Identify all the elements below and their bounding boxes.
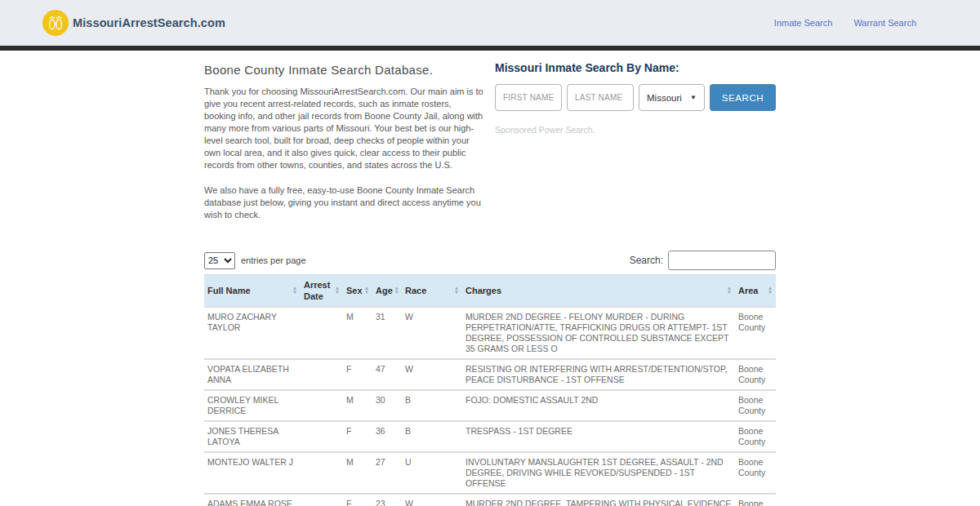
intro-paragraph-2: We also have a fully free, easy-to-use B… <box>204 184 483 221</box>
sort-desc-icon[interactable]: ▼ <box>727 291 732 295</box>
table-header-row: Full Name▲▼Arrest Date▲▼Sex▲▼Age▲▼Race▲▼… <box>204 275 776 308</box>
cell-charges: MURDER 2ND DEGREE - FELONY MURDER - DURI… <box>462 307 735 359</box>
cell-arrest-date <box>301 390 343 421</box>
sort-icon[interactable]: ▲▼ <box>292 286 297 295</box>
cell-age: 23 <box>372 494 402 506</box>
sort-desc-icon[interactable]: ▼ <box>454 291 459 295</box>
table-search-input[interactable] <box>668 251 776 270</box>
sort-icon[interactable]: ▲▼ <box>335 286 340 295</box>
table-search-label: Search: <box>630 255 663 266</box>
cell-sex: M <box>343 452 372 494</box>
sort-icon[interactable]: ▲▼ <box>394 286 399 295</box>
cell-race: W <box>402 307 462 359</box>
column-label: Area <box>738 285 758 296</box>
column-header-area[interactable]: Area▲▼ <box>735 275 776 308</box>
search-button[interactable]: SEARCH <box>710 84 776 111</box>
cell-charges: MURDER 2ND DEGREE, TAMPERING WITH PHYSIC… <box>462 494 735 506</box>
nav-inmate-search[interactable]: Inmate Search <box>774 18 833 28</box>
cell-arrest-date <box>301 359 343 390</box>
column-header-sex[interactable]: Sex▲▼ <box>343 275 372 308</box>
cell-age: 47 <box>372 359 402 390</box>
column-header-age[interactable]: Age▲▼ <box>372 275 402 308</box>
cell-race: U <box>402 452 462 494</box>
footprints-logo-icon <box>42 9 69 37</box>
sponsored-note: Sponsored Power Search. <box>495 125 776 135</box>
cell-age: 36 <box>372 421 402 452</box>
column-label: Arrest Date <box>304 279 333 302</box>
column-label: Race <box>405 285 426 296</box>
caret-down-icon: ▼ <box>690 94 697 101</box>
cell-area: Boone County <box>735 452 776 494</box>
cell-full-name: ADAMS EMMA ROSE <box>204 494 301 506</box>
cell-charges: TRESPASS - 1ST DEGREE <box>462 421 735 452</box>
page-title: Boone County Inmate Search Database. <box>204 63 483 77</box>
cell-sex: M <box>343 307 372 359</box>
sort-desc-icon[interactable]: ▼ <box>394 291 399 295</box>
table-row: MURO ZACHARY TAYLORM31WMURDER 2ND DEGREE… <box>204 307 776 359</box>
sort-icon[interactable]: ▲▼ <box>454 286 459 295</box>
column-header-charges[interactable]: Charges▲▼ <box>462 275 735 308</box>
sort-icon[interactable]: ▲▼ <box>727 286 732 295</box>
cell-race: W <box>402 494 462 506</box>
column-label: Sex <box>346 285 363 296</box>
state-select-value: Missouri <box>647 93 682 103</box>
cell-full-name: MONTEJO WALTER J <box>204 452 301 494</box>
cell-sex: M <box>343 390 372 421</box>
entries-label: entries per page <box>241 255 306 265</box>
cell-full-name: JONES THERESA LATOYA <box>204 421 301 452</box>
inmate-table: Full Name▲▼Arrest Date▲▼Sex▲▼Age▲▼Race▲▼… <box>204 274 776 506</box>
cell-sex: F <box>343 421 372 452</box>
search-form: Missouri Inmate Search By Name: Missouri… <box>495 58 776 234</box>
cell-age: 30 <box>372 390 402 421</box>
cell-age: 27 <box>372 452 402 494</box>
column-header-race[interactable]: Race▲▼ <box>402 275 462 308</box>
column-label: Full Name <box>207 285 251 296</box>
entries-select[interactable]: 25 <box>204 252 235 269</box>
last-name-input[interactable] <box>567 84 634 111</box>
site-header: MissouriArrestSearch.com Inmate Search W… <box>0 0 980 46</box>
cell-age: 31 <box>372 307 402 359</box>
main-content: Boone County Inmate Search Database. Tha… <box>204 51 776 506</box>
cell-race: B <box>402 390 462 421</box>
table-row: MONTEJO WALTER JM27UINVOLUNTARY MANSLAUG… <box>204 452 776 494</box>
column-header-arrest-date[interactable]: Arrest Date▲▼ <box>301 275 343 308</box>
cell-arrest-date <box>301 494 343 506</box>
cell-charges: RESISTING OR INTERFERING WITH ARREST/DET… <box>462 359 735 390</box>
cell-sex: F <box>343 494 372 506</box>
first-name-input[interactable] <box>495 84 562 111</box>
inmate-table-body: MURO ZACHARY TAYLORM31WMURDER 2ND DEGREE… <box>204 307 776 506</box>
cell-area: Boone County <box>735 494 776 506</box>
table-row: VOPATA ELIZABETH ANNAF47WRESISTING OR IN… <box>204 359 776 390</box>
column-label: Age <box>376 285 393 296</box>
state-select[interactable]: Missouri ▼ <box>639 84 705 111</box>
cell-sex: F <box>343 359 372 390</box>
sort-desc-icon[interactable]: ▼ <box>364 291 369 295</box>
sort-icon[interactable]: ▲▼ <box>768 286 773 295</box>
brand[interactable]: MissouriArrestSearch.com <box>42 9 225 37</box>
sort-desc-icon[interactable]: ▼ <box>768 291 773 295</box>
cell-arrest-date <box>301 307 343 359</box>
cell-arrest-date <box>301 421 343 452</box>
cell-area: Boone County <box>735 421 776 452</box>
cell-area: Boone County <box>735 359 776 390</box>
cell-area: Boone County <box>735 390 776 421</box>
table-row: ADAMS EMMA ROSEF23WMURDER 2ND DEGREE, TA… <box>204 494 776 506</box>
nav-warrant-search[interactable]: Warrant Search <box>853 18 916 28</box>
cell-arrest-date <box>301 452 343 494</box>
brand-name: MissouriArrestSearch.com <box>73 16 225 29</box>
cell-full-name: VOPATA ELIZABETH ANNA <box>204 359 301 390</box>
intro-section: Boone County Inmate Search Database. Tha… <box>204 58 483 234</box>
column-header-full-name[interactable]: Full Name▲▼ <box>204 275 301 308</box>
search-form-heading: Missouri Inmate Search By Name: <box>495 61 776 74</box>
cell-area: Boone County <box>735 307 776 359</box>
cell-full-name: CROWLEY MIKEL DERRICE <box>204 390 301 421</box>
table-row: CROWLEY MIKEL DERRICEM30BFOJO: DOMESTIC … <box>204 390 776 421</box>
sort-desc-icon[interactable]: ▼ <box>292 291 297 295</box>
table-controls: 25 entries per page Search: <box>204 251 776 270</box>
cell-charges: FOJO: DOMESTIC ASSAULT 2ND <box>462 390 735 421</box>
cell-full-name: MURO ZACHARY TAYLOR <box>204 307 301 359</box>
cell-charges: INVOLUNTARY MANSLAUGHTER 1ST DEGREE, ASS… <box>462 452 735 494</box>
cell-race: W <box>402 359 462 390</box>
sort-desc-icon[interactable]: ▼ <box>335 291 340 295</box>
sort-icon[interactable]: ▲▼ <box>364 286 369 295</box>
